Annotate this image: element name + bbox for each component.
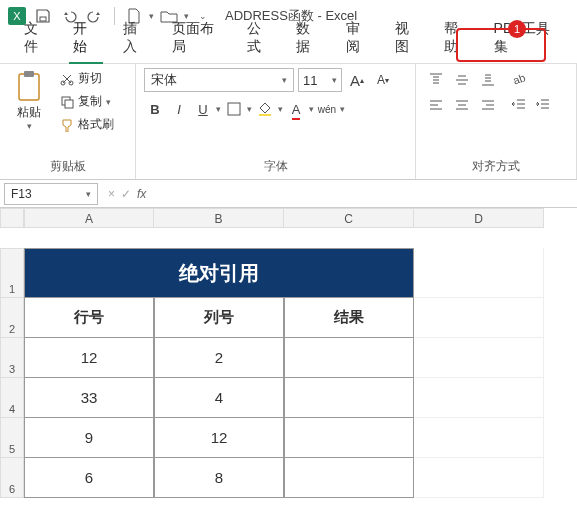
svg-rect-9 [228, 103, 240, 115]
phonetic-button[interactable]: wén [316, 98, 338, 120]
cell[interactable]: 行号 [24, 298, 154, 338]
align-left-button[interactable] [424, 94, 448, 118]
ribbon-tabs: 文件 开始 插入 页面布局 公式 数据 审阅 视图 帮助 PDF工具集 1 [0, 32, 577, 64]
svg-rect-3 [19, 74, 39, 100]
border-button[interactable] [223, 98, 245, 120]
cell[interactable] [414, 458, 544, 498]
row-headers: 1 2 3 4 5 6 [0, 248, 24, 498]
tab-review[interactable]: 审阅 [334, 14, 383, 63]
group-label: 对齐方式 [424, 156, 568, 177]
cell[interactable]: 8 [154, 458, 284, 498]
tab-pdf[interactable]: PDF工具集 [482, 14, 569, 63]
tab-view[interactable]: 视图 [383, 14, 432, 63]
column-headers: A B C D [24, 208, 577, 228]
cell[interactable]: 9 [24, 418, 154, 458]
col-header[interactable]: C [284, 208, 414, 228]
tab-help[interactable]: 帮助 [432, 14, 481, 63]
merged-title-cell[interactable]: 绝对引用 [24, 248, 414, 298]
formula-bar-row: F13▾ × ✓ fx [0, 180, 577, 208]
svg-rect-8 [65, 100, 73, 108]
group-label: 剪贴板 [8, 156, 127, 177]
cell[interactable] [414, 298, 544, 338]
cell[interactable] [284, 418, 414, 458]
svg-text:ab: ab [511, 71, 527, 86]
format-painter-button[interactable]: 格式刷 [56, 114, 118, 135]
align-right-button[interactable] [476, 94, 500, 118]
tab-data[interactable]: 数据 [284, 14, 333, 63]
cut-button[interactable]: 剪切 [56, 68, 118, 89]
select-all-corner[interactable] [0, 208, 24, 228]
align-top-button[interactable] [424, 68, 448, 92]
svg-rect-4 [24, 71, 34, 77]
cell[interactable]: 列号 [154, 298, 284, 338]
row-header[interactable]: 6 [0, 458, 24, 498]
bold-button[interactable]: B [144, 98, 166, 120]
tab-home[interactable]: 开始 [61, 14, 110, 63]
row-header[interactable]: 3 [0, 338, 24, 378]
col-header[interactable]: A [24, 208, 154, 228]
group-align: ab 对齐方式 [416, 64, 577, 179]
svg-rect-10 [259, 114, 271, 116]
callout-badge: 1 [508, 20, 526, 38]
cell[interactable] [414, 378, 544, 418]
chevron-down-icon: ▾ [27, 121, 32, 131]
cell[interactable]: 2 [154, 338, 284, 378]
font-color-button[interactable]: A [285, 98, 307, 120]
cell[interactable] [284, 338, 414, 378]
group-label: 字体 [144, 156, 407, 177]
align-middle-button[interactable] [450, 68, 474, 92]
increase-indent-button[interactable] [532, 94, 554, 116]
italic-button[interactable]: I [168, 98, 190, 120]
cancel-icon[interactable]: × [108, 187, 115, 201]
row-header[interactable]: 1 [0, 248, 24, 298]
cell[interactable]: 33 [24, 378, 154, 418]
cell[interactable]: 12 [154, 418, 284, 458]
ribbon: 粘贴 ▾ 剪切 复制▾ 格式刷 剪贴板 宋体▾ 11▾ A▴ A▾ B I U▾… [0, 64, 577, 180]
row-header[interactable]: 5 [0, 418, 24, 458]
cell[interactable] [414, 418, 544, 458]
fx-icon[interactable]: fx [137, 187, 146, 201]
cell[interactable]: 12 [24, 338, 154, 378]
font-size-select[interactable]: 11▾ [298, 68, 342, 92]
row-header[interactable]: 2 [0, 298, 24, 338]
formula-input[interactable] [152, 184, 571, 204]
col-header[interactable]: B [154, 208, 284, 228]
cell[interactable] [284, 458, 414, 498]
copy-button[interactable]: 复制▾ [56, 91, 118, 112]
group-font: 宋体▾ 11▾ A▴ A▾ B I U▾ ▾ ▾ A▾ wén▾ 字体 [136, 64, 416, 179]
grow-font-button[interactable]: A▴ [346, 69, 368, 91]
tab-layout[interactable]: 页面布局 [160, 14, 235, 63]
worksheet: A B C D 1 2 3 4 5 6 绝对引用 行号 列号 结果 12 2 [0, 208, 577, 498]
paste-label: 粘贴 [17, 104, 41, 121]
orientation-button[interactable]: ab [508, 68, 530, 90]
font-name-select[interactable]: 宋体▾ [144, 68, 294, 92]
cell[interactable] [414, 248, 544, 298]
confirm-icon[interactable]: ✓ [121, 187, 131, 201]
cell[interactable]: 结果 [284, 298, 414, 338]
cell[interactable] [284, 378, 414, 418]
tab-file[interactable]: 文件 [12, 14, 61, 63]
col-header[interactable]: D [414, 208, 544, 228]
align-center-button[interactable] [450, 94, 474, 118]
decrease-indent-button[interactable] [508, 94, 530, 116]
cell[interactable]: 4 [154, 378, 284, 418]
row-header[interactable]: 4 [0, 378, 24, 418]
cell[interactable]: 6 [24, 458, 154, 498]
fill-color-button[interactable] [254, 98, 276, 120]
align-bottom-button[interactable] [476, 68, 500, 92]
underline-button[interactable]: U [192, 98, 214, 120]
tab-insert[interactable]: 插入 [111, 14, 160, 63]
tab-formula[interactable]: 公式 [235, 14, 284, 63]
name-box[interactable]: F13▾ [4, 183, 98, 205]
paste-button[interactable]: 粘贴 ▾ [8, 68, 50, 135]
shrink-font-button[interactable]: A▾ [372, 69, 394, 91]
group-clipboard: 粘贴 ▾ 剪切 复制▾ 格式刷 剪贴板 [0, 64, 136, 179]
cell[interactable] [414, 338, 544, 378]
